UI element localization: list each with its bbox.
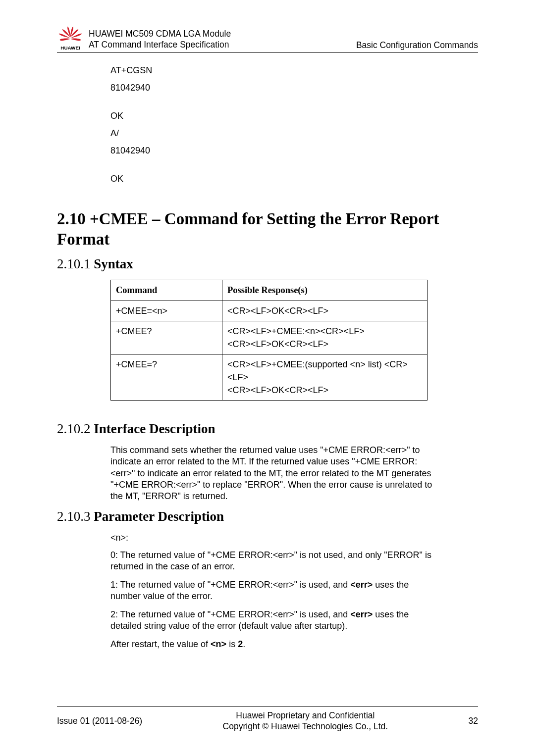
text-fragment: After restart, the value of <box>110 639 211 649</box>
subsection-number: 2.10.3 <box>57 509 94 524</box>
bold-err: <err> <box>350 609 373 619</box>
code-line: 81042940 <box>110 142 478 159</box>
table-row: +CMEE? <CR><LF>+CMEE:<n><CR><LF> <CR><LF… <box>111 321 428 354</box>
resp-cell: <CR><LF>+CMEE:<n><CR><LF> <CR><LF>OK<CR>… <box>222 321 428 354</box>
header-left-titles: HUAWEI MC509 CDMA LGA Module AT Command … <box>89 29 356 51</box>
example-code-block: AT+CGSN 81042940 OK A/ 81042940 OK <box>110 62 478 188</box>
resp-cell: <CR><LF>+CMEE:(supported <n> list) <CR><… <box>222 354 428 401</box>
footer-copyright: Copyright © Huawei Technologies Co., Ltd… <box>142 721 468 732</box>
footer-proprietary: Huawei Proprietary and Confidential <box>142 710 468 721</box>
param-1-text: 1: The returned value of "+CME ERROR:<er… <box>110 579 432 602</box>
text-fragment: . <box>243 639 245 649</box>
subsection-title: Syntax <box>94 256 133 271</box>
param-n-label: <n>: <box>110 532 432 544</box>
param-2-text: 2: The returned value of "+CME ERROR:<er… <box>110 609 432 632</box>
cmd-cell: +CMEE? <box>111 321 222 354</box>
code-line: OK <box>110 107 478 125</box>
bold-n: <n> <box>211 639 226 649</box>
text-fragment: 2: The returned value of "+CME ERROR:<er… <box>110 609 350 619</box>
cmd-cell: +CMEE=? <box>111 354 222 401</box>
doc-title-line2: AT Command Interface Specification <box>89 40 356 50</box>
table-row: +CMEE=<n> <CR><LF>OK<CR><LF> <box>111 301 428 321</box>
table-row: +CMEE=? <CR><LF>+CMEE:(supported <n> lis… <box>111 354 428 401</box>
syntax-table: Command Possible Response(s) +CMEE=<n> <… <box>110 280 428 401</box>
resp-line: <CR><LF>OK<CR><LF> <box>227 338 422 351</box>
cmd-cell: +CMEE=<n> <box>111 301 222 321</box>
subsection-interface-desc: 2.10.2 Interface Description <box>57 421 478 437</box>
subsection-title: Interface Description <box>94 421 215 436</box>
resp-line: <CR><LF>+CMEE:(supported <n> list) <CR><… <box>227 358 422 384</box>
resp-cell: <CR><LF>OK<CR><LF> <box>222 301 428 321</box>
subsection-number: 2.10.1 <box>57 256 94 271</box>
subsection-syntax: 2.10.1 Syntax <box>57 256 478 272</box>
doc-title-line1: HUAWEI MC509 CDMA LGA Module <box>89 29 356 40</box>
resp-line: <CR><LF>+CMEE:<n><CR><LF> <box>227 325 422 338</box>
code-line: A/ <box>110 125 478 142</box>
footer-issue: Issue 01 (2011-08-26) <box>57 716 142 726</box>
interface-description-text: This command sets whether the returned v… <box>110 445 432 502</box>
table-header-row: Command Possible Response(s) <box>111 280 428 301</box>
footer-page-number: 32 <box>469 716 478 726</box>
subsection-number: 2.10.2 <box>57 421 94 436</box>
code-line: AT+CGSN <box>110 62 478 79</box>
table-header-response: Possible Response(s) <box>222 280 428 301</box>
page-footer: Issue 01 (2011-08-26) Huawei Proprietary… <box>57 706 478 733</box>
subsection-title: Parameter Description <box>94 509 224 524</box>
footer-center: Huawei Proprietary and Confidential Copy… <box>142 710 468 733</box>
param-after-restart: After restart, the value of <n> is 2. <box>110 639 432 650</box>
table-header-command: Command <box>111 280 222 301</box>
page-header: HUAWEI HUAWEI MC509 CDMA LGA Module AT C… <box>57 25 478 53</box>
subsection-parameter-desc: 2.10.3 Parameter Description <box>57 509 478 524</box>
resp-line: <CR><LF>OK<CR><LF> <box>227 384 422 397</box>
logo-text: HUAWEI <box>60 45 80 50</box>
bold-2: 2 <box>238 639 243 649</box>
section-heading-2-10: 2.10 +CMEE – Command for Setting the Err… <box>57 209 478 250</box>
code-line: 81042940 <box>110 79 478 97</box>
text-fragment: is <box>226 639 238 649</box>
header-right-chapter: Basic Configuration Commands <box>356 40 478 51</box>
bold-err: <err> <box>350 580 373 590</box>
text-fragment: 1: The returned value of "+CME ERROR:<er… <box>110 580 350 590</box>
huawei-logo-icon: HUAWEI <box>57 25 84 51</box>
param-0-text: 0: The returned value of "+CME ERROR:<er… <box>110 550 432 572</box>
code-line: OK <box>110 170 478 188</box>
